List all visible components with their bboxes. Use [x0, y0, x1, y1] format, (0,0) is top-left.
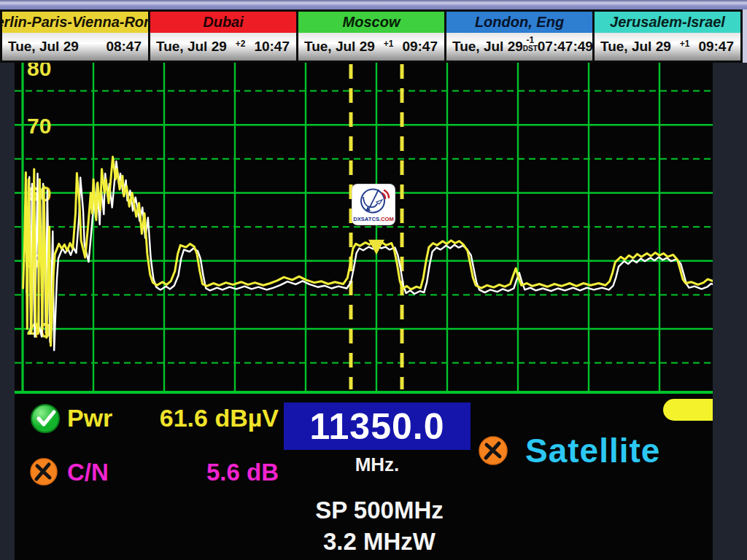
bandwidth-readout: 3.2 MHzW [219, 528, 540, 556]
utc-offset: +1 [384, 39, 394, 48]
y-axis-tick-label: 70 [27, 114, 51, 138]
satellite-label: Satellite [525, 431, 660, 470]
frequency-value: 11350.0 [310, 405, 445, 448]
pwr-label: Pwr [67, 404, 112, 432]
span-readout: SP 500MHz [219, 497, 540, 524]
dxsatcs-logo: DXSATCS.COM [352, 184, 395, 225]
spectrum-plot: 8070605040 [15, 63, 713, 397]
clock-panel-dubai: Dubai Tue, Jul 29 +2 10:47 [148, 9, 296, 63]
satellite-dish-icon: DXSATCS.COM [352, 184, 395, 225]
clock-panel-london: London, Eng Tue, Jul 29 -1 DST 07:47:49 [444, 9, 592, 63]
clock-panel-jerusalem: Jerusalem-Israel Tue, Jul 29 +1 09:47 [592, 9, 743, 63]
clock-panel-berlin: Berlin-Paris-Vienna-Roma Tue, Jul 29 08:… [0, 9, 148, 63]
cn-cross-icon [29, 457, 60, 488]
frequency-unit: MHz. [284, 454, 471, 476]
y-axis-tick-label: 80 [27, 63, 51, 80]
clock-city-label: Berlin-Paris-Vienna-Roma [2, 12, 148, 33]
clock-date: Tue, Jul 29 [156, 39, 227, 55]
titlebar-strip [0, 0, 747, 9]
clock-city-label: London, Eng [446, 12, 592, 33]
utc-offset: +1 [680, 39, 690, 48]
satellite-cross-icon [478, 435, 510, 467]
clock-city-label: Dubai [150, 12, 296, 33]
cn-label: C/N [67, 459, 109, 486]
utc-offset: +2 [236, 39, 246, 48]
clock-panel-moscow: Moscow Tue, Jul 29 +1 09:47 [296, 9, 444, 63]
utc-offset: -1 [526, 36, 534, 44]
clock-time: 09:47 [402, 39, 438, 55]
pwr-value: 61.6 dBµV [131, 404, 279, 432]
clock-time: 08:47 [106, 39, 142, 55]
dst-label: DST [523, 45, 538, 52]
pwr-ok-check-icon [31, 402, 63, 435]
clock-date: Tue, Jul 29 [600, 39, 671, 55]
svg-text:DXSATCS.COM: DXSATCS.COM [353, 216, 394, 222]
frequency-display[interactable]: 11350.0 [284, 402, 471, 450]
world-clock-bar: Berlin-Paris-Vienna-Roma Tue, Jul 29 08:… [0, 9, 747, 63]
cn-value: 5.6 dB [131, 459, 279, 486]
clock-time: 09:47 [698, 39, 734, 55]
clock-city-label: Moscow [298, 12, 444, 33]
clock-city-label: Jerusalem-Israel [595, 12, 740, 33]
clock-date: Tue, Jul 29 [452, 39, 523, 55]
clock-time: 10:47 [254, 39, 290, 55]
analyzer-window: Berlin-Paris-Vienna-Roma Tue, Jul 29 08:… [0, 0, 747, 560]
yellow-indicator-pill[interactable] [663, 399, 713, 421]
spectrum-screen: 8070605040 DXSATCS.COM [15, 63, 713, 560]
clock-time: 07:47:49 [538, 39, 593, 55]
clock-date: Tue, Jul 29 [8, 39, 79, 55]
clock-date: Tue, Jul 29 [304, 39, 375, 55]
